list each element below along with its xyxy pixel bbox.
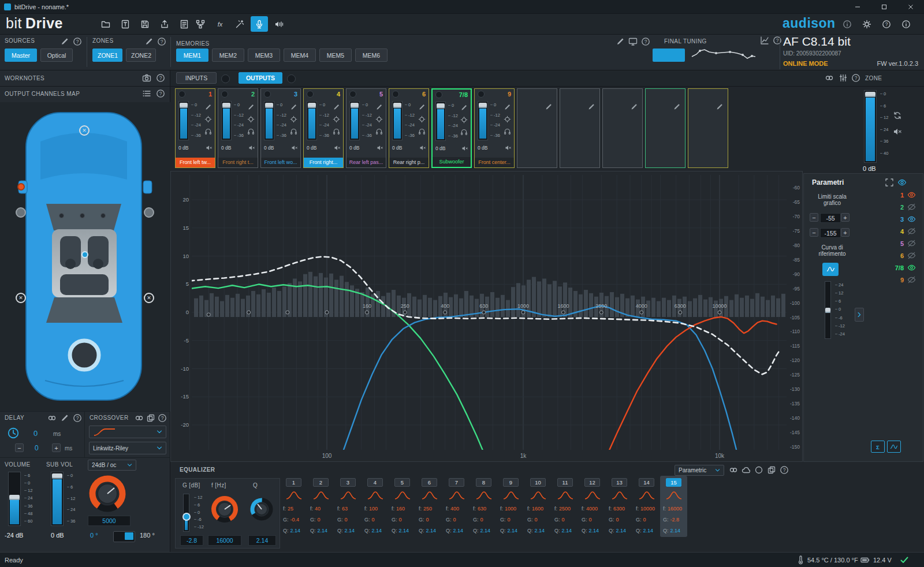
memory-button-mem6[interactable]: MEM6 [355,49,388,62]
routing-icon[interactable] [192,16,209,32]
channel-config-icon[interactable] [204,115,212,123]
delay-minus-button[interactable]: − [15,443,24,452]
channel-select-led[interactable] [221,91,228,98]
channel-mute-icon[interactable] [206,144,213,151]
channel-label[interactable]: Front left tw... [176,158,215,167]
edit-sources-icon[interactable] [60,37,69,46]
eq-band-5[interactable]: 5 f:160 G:0 Q:2.14 [389,476,416,537]
memory-button-mem1[interactable]: MEM1 [176,49,208,62]
delay-link-icon[interactable] [47,413,57,423]
channel-edit-icon[interactable] [290,103,297,111]
speaker-rear-left[interactable]: ✕ [16,293,26,303]
channel-edit-icon[interactable] [333,103,340,111]
channel-label[interactable]: Front center... [475,158,514,167]
graph-channel-7-8[interactable]: 7/8 [872,262,916,274]
channel-mute-icon[interactable] [248,144,255,151]
channel-listen-icon[interactable] [504,128,511,135]
zone-loop-icon[interactable] [893,111,902,120]
channel-listen-icon[interactable] [460,128,468,136]
channel-edit-icon[interactable] [630,103,638,111]
eq-gain-slider[interactable] [183,494,189,532]
zone-mixer-icon[interactable] [839,73,848,83]
zone-help-icon[interactable]: ? [851,73,860,83]
speaker-front-right-door[interactable] [144,207,154,218]
channel-strip-empty-2[interactable] [560,88,600,168]
speaker-front-left-tweeter[interactable] [17,183,25,191]
channel-listen-icon[interactable] [204,128,212,135]
eq-frequency-knob[interactable] [209,494,240,525]
eq-help-icon[interactable]: ? [780,465,789,475]
speaker-rear-right[interactable]: ✕ [144,293,154,303]
export-icon[interactable] [156,16,173,32]
eq-band-1[interactable]: 1 f:25 G:-0.4 Q:2.14 [280,476,307,537]
eq-band-number[interactable]: 7 [449,478,464,487]
settings-gear-icon[interactable] [858,16,875,32]
graph-channel-9[interactable]: 9 [872,274,916,286]
zone-link-icon[interactable] [825,73,834,83]
eq-band-number[interactable]: 3 [340,478,356,487]
eq-q-value[interactable]: 2.14 [248,535,276,546]
eye-off-icon[interactable] [907,203,916,211]
eye-icon[interactable] [907,215,916,223]
eq-band-13[interactable]: 13 f:6300 G:0 Q:2.14 [606,476,633,537]
channel-label[interactable]: Front right t... [218,158,258,167]
outputs-tab[interactable]: OUTPUTS [239,72,282,84]
eye-off-icon[interactable] [907,239,916,248]
channel-config-icon[interactable] [504,115,511,123]
eq-band-number[interactable]: 1 [286,478,301,487]
output-meter-icon[interactable] [270,16,288,32]
channel-select-led[interactable] [478,91,485,98]
eq-band-number[interactable]: 12 [584,478,600,487]
sum-view-button[interactable]: Σ [871,441,885,453]
listening-position-marker[interactable] [81,251,88,258]
channel-select-led[interactable] [349,91,356,98]
memory-button-mem5[interactable]: MEM5 [319,49,352,62]
channel-gain-fader[interactable] [307,101,317,140]
limit-top-minus-button[interactable]: − [810,213,818,222]
filter-shape-dropdown[interactable] [89,426,166,438]
channel-label[interactable]: Rear left pas... [346,158,386,167]
channel-listen-icon[interactable] [418,128,426,135]
eq-mode-dropdown[interactable]: Parametric [675,465,724,476]
channel-mute-icon[interactable] [334,144,341,151]
open-project-icon[interactable] [97,16,114,32]
eq-band-number[interactable]: 6 [422,478,437,487]
memory-button-mem3[interactable]: MEM3 [248,49,280,62]
graph-channel-3[interactable]: 3 [872,213,916,225]
eq-band-6[interactable]: 6 f:250 G:0 Q:2.14 [416,476,443,537]
limit-bottom-minus-button[interactable]: − [810,228,818,237]
eq-band-number[interactable]: 8 [476,478,491,487]
expand-graph-icon[interactable] [885,178,894,187]
subvol-fader[interactable] [51,472,64,526]
visibility-icon[interactable] [897,178,907,187]
filter-type-dropdown[interactable]: Linkwitz-Riley [89,442,166,454]
eq-band-14[interactable]: 14 f:10000 G:0 Q:2.14 [633,476,660,537]
minimize-button[interactable] [844,0,871,13]
camera-icon[interactable] [142,73,151,83]
channel-strip-empty-3[interactable] [602,88,643,168]
channel-gain-fader[interactable] [392,101,403,140]
source-master-button[interactable]: Master [5,49,37,62]
channel-gain-fader[interactable] [349,101,360,140]
channel-edit-icon[interactable] [418,103,426,111]
channel-mute-icon[interactable] [291,144,298,151]
wizard-icon[interactable] [231,16,248,32]
delay-plus-button[interactable]: + [52,443,61,452]
channel-label[interactable]: Front left wo... [261,158,300,167]
channel-strip-9[interactable]: 9 0-12-24-36 0 dB Front center... [474,88,515,168]
slope-dropdown[interactable]: 24dB / oc [88,460,136,471]
final-tuning-display-icon[interactable] [628,37,638,46]
graph-channel-2[interactable]: 2 [872,201,916,213]
channel-mute-icon[interactable] [419,144,426,151]
eq-band-number[interactable]: 9 [503,478,519,487]
channel-edit-icon[interactable] [716,103,724,111]
channel-strip-empty-5[interactable] [688,88,728,168]
reference-curve-button[interactable] [822,263,839,276]
final-tuning-help2-icon[interactable]: ? [773,36,782,45]
support-icon[interactable] [839,16,856,32]
eq-band-number[interactable]: 11 [557,478,573,487]
channel-mute-icon[interactable] [505,144,512,151]
channel-edit-icon[interactable] [460,104,468,111]
new-document-icon[interactable] [117,16,134,32]
eq-band-number[interactable]: 5 [394,478,410,487]
